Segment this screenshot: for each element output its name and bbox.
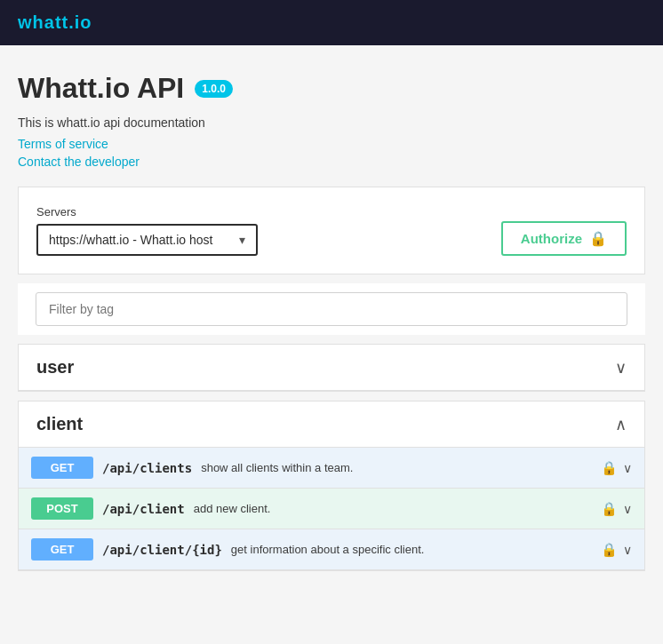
get-badge-id: GET <box>31 538 93 561</box>
filter-section <box>18 283 645 335</box>
section-client-header[interactable]: client ∧ <box>19 402 644 448</box>
logo: whatt.io <box>18 12 92 33</box>
section-client: client ∧ GET /api/clients show all clien… <box>18 401 645 571</box>
terms-of-service-link[interactable]: Terms of service <box>18 137 645 151</box>
endpoint-desc-client: add new client. <box>194 502 592 515</box>
endpoint-path-clients: /api/clients <box>102 461 192 475</box>
header: whatt.io <box>0 0 663 45</box>
lock-icon: 🔒 <box>601 460 618 476</box>
chevron-down-icon: ∨ <box>615 358 627 378</box>
chevron-up-icon: ∧ <box>615 415 627 434</box>
endpoint-right-client-id: 🔒 ∨ <box>601 542 632 558</box>
lock-icon: 🔒 <box>601 542 618 558</box>
section-user: user ∨ <box>18 344 645 392</box>
chevron-down-icon: ∨ <box>623 543 632 557</box>
endpoint-get-client-id[interactable]: GET /api/client/{id} get information abo… <box>19 529 644 570</box>
lock-icon: 🔒 <box>601 501 618 517</box>
servers-left: Servers https://whatt.io - Whatt.io host… <box>36 205 258 256</box>
api-title-row: Whatt.io API 1.0.0 <box>18 72 645 105</box>
contact-developer-link[interactable]: Contact the developer <box>18 155 645 169</box>
endpoint-path-client-id: /api/client/{id} <box>102 543 222 557</box>
server-select-value: https://whatt.io - Whatt.io host <box>49 233 212 247</box>
section-user-header[interactable]: user ∨ <box>19 345 644 391</box>
section-user-title: user <box>36 357 74 378</box>
post-badge: POST <box>31 497 93 520</box>
main-content: Whatt.io API 1.0.0 This is whatt.io api … <box>0 45 663 589</box>
endpoint-post-client[interactable]: POST /api/client add new client. 🔒 ∨ <box>19 489 644 529</box>
section-client-title: client <box>36 414 83 434</box>
endpoint-desc-clients: show all clients within a team. <box>201 461 592 474</box>
version-badge: 1.0.0 <box>195 80 233 98</box>
endpoint-desc-client-id: get information about a specific client. <box>231 543 592 556</box>
endpoint-right-client: 🔒 ∨ <box>601 501 632 517</box>
server-select[interactable]: https://whatt.io - Whatt.io host ▾ <box>36 224 258 256</box>
filter-input[interactable] <box>36 292 627 326</box>
authorize-button[interactable]: Authorize 🔒 <box>501 221 627 256</box>
authorize-label: Authorize <box>521 231 582 246</box>
lock-icon: 🔒 <box>589 230 607 247</box>
api-title: Whatt.io API <box>18 72 184 105</box>
api-description: This is whatt.io api documentation <box>18 115 645 130</box>
chevron-down-icon: ∨ <box>623 502 632 516</box>
endpoint-path-client: /api/client <box>102 502 185 516</box>
servers-label: Servers <box>36 205 258 219</box>
chevron-down-icon: ∨ <box>623 461 632 475</box>
endpoint-get-clients[interactable]: GET /api/clients show all clients within… <box>19 448 644 489</box>
endpoint-right-clients: 🔒 ∨ <box>601 460 632 476</box>
servers-section: Servers https://whatt.io - Whatt.io host… <box>18 187 645 274</box>
get-badge: GET <box>31 457 93 479</box>
chevron-down-icon: ▾ <box>239 233 245 247</box>
